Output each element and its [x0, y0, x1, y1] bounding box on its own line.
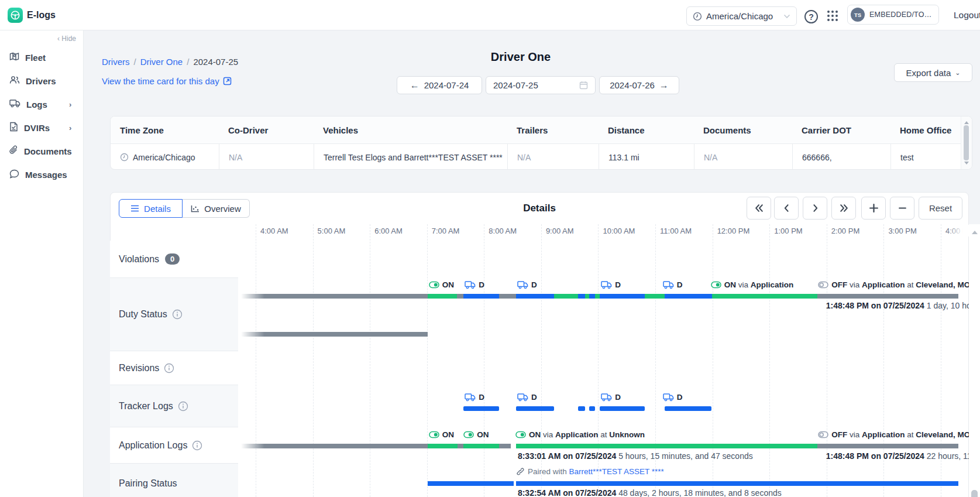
hour-label: 7:00 AM — [432, 227, 460, 235]
top-header: E-logs America/Chicago ? TS EMBEDDED/TO…… — [0, 0, 980, 30]
tracker-logs-event-label: D — [663, 393, 683, 402]
date-input[interactable]: 2024-07-25 — [486, 76, 596, 94]
cell-time_zone: America/Chicago — [111, 144, 219, 170]
application-logs-segment-off[interactable] — [499, 444, 511, 448]
first-page-button[interactable] — [747, 197, 771, 220]
sidebar-item-messages[interactable]: Messages — [0, 163, 84, 186]
application-logs-segment-off[interactable] — [817, 444, 958, 448]
application-logs-timestamp: 8:33:01 AM on 07/25/2024 5 hours, 15 min… — [518, 451, 753, 461]
documents-icon — [9, 145, 18, 157]
duty-status-line-1-segment-off[interactable] — [499, 294, 516, 299]
cell-home_office: test — [890, 144, 962, 170]
duty-status-line-1-event-label: ON — [429, 280, 454, 289]
duty-status-line-1-segment-on[interactable] — [645, 294, 664, 299]
duty-status-line-2-segment-off[interactable] — [241, 332, 428, 337]
duty-status-line-1-segment-d[interactable] — [516, 294, 554, 299]
tracker-logs-segment-d[interactable] — [600, 406, 645, 411]
tab-details[interactable]: Details — [119, 199, 183, 218]
step-forward-icon — [810, 203, 820, 213]
last-page-button[interactable] — [831, 197, 856, 220]
cell-co_driver: N/A — [219, 144, 314, 170]
sidebar-item-drivers[interactable]: Drivers — [0, 69, 84, 92]
column-header-co_driver: Co-Driver — [219, 116, 314, 143]
zoom-in-button[interactable] — [861, 197, 886, 220]
help-button[interactable]: ? — [804, 10, 818, 23]
breadcrumb-driver-one[interactable]: Driver One — [140, 57, 183, 67]
timeline-row-label-pairing-status[interactable]: Pairing Status — [110, 464, 238, 497]
timeline-row-label-tracker-logs[interactable]: Tracker Logs — [110, 385, 238, 427]
application-logs-timestamp: 1:48:48 PM on 07/25/2024 22 hours, 11 mi… — [826, 451, 980, 461]
app-logo-icon[interactable] — [8, 8, 23, 23]
avatar: TS — [851, 8, 865, 22]
timeline-row-label-duty-status[interactable]: Duty Status — [110, 278, 238, 351]
logout-button[interactable]: Logout — [954, 10, 980, 20]
timezone-select[interactable]: America/Chicago — [686, 6, 797, 26]
hour-label: 10:00 AM — [603, 227, 635, 235]
info-icon[interactable] — [164, 363, 174, 373]
truck-icon — [601, 393, 612, 402]
application-logs-segment-on[interactable] — [516, 444, 817, 448]
application-logs-segment-on[interactable] — [428, 444, 458, 448]
duty-status-line-1-segment-on[interactable] — [585, 294, 589, 299]
sidebar-hide-button[interactable]: ‹ Hide — [57, 35, 76, 43]
application-logs-segment-on[interactable] — [463, 444, 498, 448]
duty-status-line-1-segment-off[interactable] — [817, 294, 958, 299]
breadcrumb-date: 2024-07-25 — [193, 57, 238, 67]
timeline-row-label-violations[interactable]: Violations0 — [110, 241, 238, 278]
timecard-link[interactable]: View the time card for this day — [102, 76, 232, 86]
sidebar-item-dvirs[interactable]: DVIRs› — [0, 116, 84, 139]
application-logs-segment-off[interactable] — [241, 444, 428, 448]
duty-status-line-1-segment-d[interactable] — [589, 294, 595, 299]
details-scroll-up-icon[interactable] — [972, 228, 978, 234]
apps-grid-icon[interactable] — [826, 9, 839, 22]
application-logs-segment-off[interactable] — [458, 444, 463, 448]
duty-status-line-1-segment-on[interactable] — [595, 294, 600, 299]
user-menu-button[interactable]: TS EMBEDDED/TO… — [847, 5, 939, 25]
tab-overview[interactable]: Overview — [183, 199, 250, 218]
zoom-in-icon — [869, 203, 879, 213]
next-date-button[interactable]: 2024-07-26→ — [599, 76, 679, 94]
tracker-logs-segment-d[interactable] — [589, 406, 595, 411]
table-scrollbar[interactable] — [961, 116, 972, 169]
column-header-carrier_dot: Carrier DOT — [792, 116, 890, 143]
zoom-out-button[interactable] — [890, 197, 914, 220]
duty-status-line-1-segment-off[interactable] — [241, 294, 428, 299]
reset-button[interactable]: Reset — [919, 197, 962, 220]
prev-date-button[interactable]: ←2024-07-24 — [397, 76, 482, 94]
tracker-logs-segment-d[interactable] — [665, 406, 711, 411]
duty-status-line-1-segment-d[interactable] — [665, 294, 712, 299]
pairing-status-segment-paired[interactable] — [428, 481, 514, 486]
tracker-logs-segment-d[interactable] — [516, 406, 554, 411]
step-forward-button[interactable] — [803, 197, 827, 220]
step-back-button[interactable] — [774, 197, 799, 220]
sidebar-item-logs[interactable]: Logs› — [0, 92, 84, 116]
fleet-icon — [9, 52, 19, 63]
timeline-row-label-revisions[interactable]: Revisions — [110, 351, 238, 385]
chevron-right-icon: › — [69, 100, 71, 109]
details-tabs: Details Overview — [119, 199, 250, 218]
duty-status-line-1-segment-d[interactable] — [463, 294, 498, 299]
tracker-logs-segment-d[interactable] — [463, 406, 498, 411]
tracker-logs-segment-d[interactable] — [578, 406, 585, 411]
toggle-on-icon — [429, 431, 439, 438]
pairing-status-timestamp: 8:32:54 AM on 07/25/2024 48 days, 2 hour… — [518, 488, 782, 497]
info-icon[interactable] — [178, 401, 188, 412]
duty-status-line-1-segment-on[interactable] — [428, 294, 458, 299]
duty-status-line-1-segment-on[interactable] — [554, 294, 578, 299]
breadcrumb-drivers[interactable]: Drivers — [102, 57, 130, 67]
details-panel-title: Details — [481, 203, 598, 214]
duty-status-line-1-segment-d[interactable] — [600, 294, 645, 299]
info-icon[interactable] — [172, 309, 183, 320]
duty-status-line-1-segment-d[interactable] — [578, 294, 585, 299]
details-scroll-thumb[interactable] — [971, 490, 978, 497]
sidebar-item-fleet[interactable]: Fleet — [0, 46, 84, 69]
duty-status-line-1-segment-on[interactable] — [712, 294, 818, 299]
export-data-button[interactable]: Export data⌄ — [894, 63, 972, 82]
duty-status-line-1-segment-off[interactable] — [457, 294, 463, 299]
timeline-row-label-application-logs[interactable]: Application Logs — [110, 427, 238, 464]
toggle-off-icon — [818, 431, 828, 438]
info-icon[interactable] — [192, 440, 202, 451]
pairing-status-segment-paired[interactable] — [516, 481, 958, 486]
app-title: E-logs — [27, 10, 56, 20]
sidebar-item-documents[interactable]: Documents — [0, 139, 84, 163]
